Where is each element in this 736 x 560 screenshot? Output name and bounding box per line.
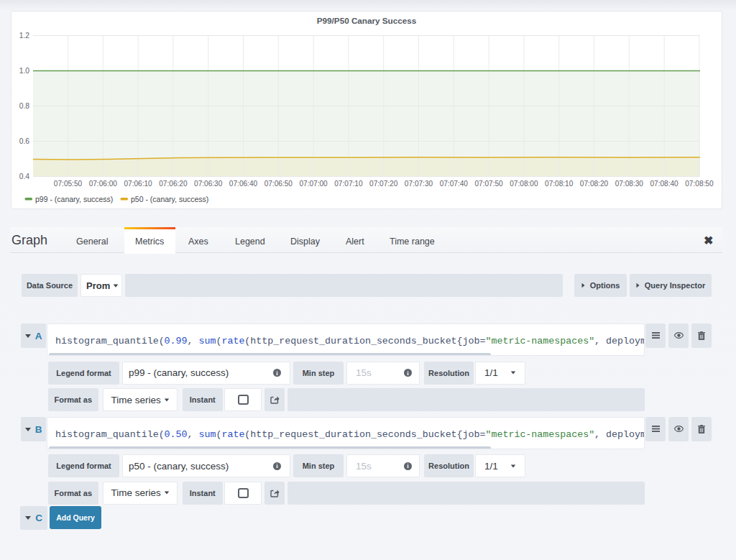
svg-text:07:06:40: 07:06:40 — [229, 180, 258, 188]
svg-text:07:08:40: 07:08:40 — [650, 180, 678, 188]
svg-text:07:07:10: 07:07:10 — [334, 180, 363, 188]
svg-text:0.4: 0.4 — [19, 173, 30, 180]
svg-text:p99 - (canary, success): p99 - (canary, success) — [35, 195, 113, 203]
svg-text:07:07:00: 07:07:00 — [299, 180, 328, 188]
svg-text:07:07:40: 07:07:40 — [440, 180, 469, 188]
svg-text:1.0: 1.0 — [19, 67, 30, 75]
svg-text:07:07:20: 07:07:20 — [369, 180, 398, 188]
svg-text:0.6: 0.6 — [19, 137, 30, 145]
svg-text:07:06:00: 07:06:00 — [89, 180, 118, 188]
svg-text:07:08:20: 07:08:20 — [580, 180, 609, 188]
svg-text:07:08:00: 07:08:00 — [510, 180, 538, 188]
svg-text:p50 - (canary, success): p50 - (canary, success) — [131, 195, 208, 203]
svg-text:07:06:50: 07:06:50 — [264, 180, 293, 188]
svg-text:07:08:50: 07:08:50 — [685, 180, 714, 188]
svg-text:07:07:50: 07:07:50 — [474, 180, 503, 188]
svg-text:07:08:30: 07:08:30 — [615, 180, 644, 188]
svg-text:07:06:30: 07:06:30 — [194, 180, 223, 188]
svg-text:07:06:20: 07:06:20 — [159, 180, 188, 188]
svg-text:0.8: 0.8 — [19, 102, 30, 110]
svg-text:07:05:50: 07:05:50 — [54, 180, 83, 188]
svg-text:07:06:10: 07:06:10 — [124, 180, 152, 188]
svg-text:07:07:30: 07:07:30 — [405, 180, 433, 188]
svg-text:1.2: 1.2 — [19, 32, 30, 40]
svg-text:07:08:10: 07:08:10 — [545, 180, 574, 188]
